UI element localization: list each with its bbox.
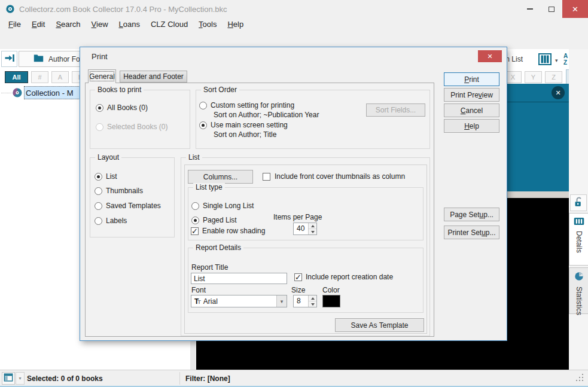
view-mode-caret-button[interactable]: ▾ [16,372,25,385]
label-layout-saved-templates[interactable]: Saved Templates [106,202,161,210]
resize-grip[interactable] [582,380,583,381]
menu-view[interactable]: View [86,18,114,31]
radio-layout-list[interactable] [95,173,102,181]
spin-down-icon[interactable] [309,301,316,307]
label-items-per-page: Items per Page [273,213,322,221]
radio-layout-saved-templates[interactable] [95,202,102,210]
radio-layout-labels[interactable] [95,217,102,225]
folder-icon [33,54,44,64]
group-layout: Layout [90,157,175,237]
statistics-pie-icon [574,272,584,283]
label-layout-labels[interactable]: Labels [106,217,127,225]
menu-clz-cloud[interactable]: CLZ Cloud [145,18,193,31]
font-color-swatch[interactable] [322,295,340,307]
collapse-arrow-icon [4,53,15,65]
selected-count-label: Selected: 0 of 0 books [27,374,103,383]
close-icon: ✕ [555,89,560,97]
menu-file[interactable]: File [3,18,26,31]
radio-all-books[interactable] [96,104,103,112]
label-row-shading[interactable]: Enable row shading [202,227,265,235]
side-tab-strip: Details Statistics [569,49,588,370]
alpha-filter-all[interactable]: All [5,71,28,83]
label-paged-list[interactable]: Paged List [203,216,237,224]
items-per-page-spinner[interactable]: 40 [293,223,317,235]
radio-layout-thumbnails[interactable] [95,187,102,195]
printer-setup-button[interactable]: Printer Setup... [444,226,499,239]
font-size-spinner[interactable]: 8 [293,295,317,307]
lock-panel-button[interactable] [570,194,587,211]
label-include-thumbnails[interactable]: Include front cover thumbnails as column [275,172,405,181]
menu-help[interactable]: Help [222,18,249,31]
detail-panel-close-button[interactable]: ✕ [552,86,565,99]
menu-tools[interactable]: Tools [193,18,222,31]
columns-caret-icon[interactable]: ▾ [555,57,558,63]
group-sort-order: Sort Order [196,90,430,149]
label-layout-thumbnails[interactable]: Thumbnails [106,187,143,195]
label-layout-list[interactable]: List [106,172,117,181]
label-all-books[interactable]: All Books (0) [107,103,148,112]
cancel-button[interactable]: Cancel [444,103,499,117]
label-custom-sort-detail: Sort on Author; ~Publication Year [214,111,319,119]
label-single-long-list[interactable]: Single Long List [203,202,254,210]
tab-header-and-footer[interactable]: Header and Footer [120,71,187,83]
dialog-title: Print [92,52,108,61]
columns-button[interactable]: Columns... [188,170,253,184]
report-title-input[interactable] [191,273,287,284]
font-select[interactable]: Arial ▾ [191,295,287,307]
alpha-filter-z[interactable]: Z [545,71,562,83]
menubar: File Edit Search View Loans CLZ Cloud To… [0,18,588,31]
radio-custom-sort[interactable] [199,102,207,109]
save-as-template-button[interactable]: Save As Template [335,318,424,332]
titlebar: Collectorz.com Book Collector 17.0.4 Pro… [0,0,588,18]
panel-separator [507,102,569,102]
menu-loans[interactable]: Loans [114,18,145,31]
group-books-to-print: Books to print [90,90,190,149]
maximize-button[interactable] [541,0,562,18]
tab-details[interactable]: Details [569,213,588,266]
menu-edit[interactable]: Edit [26,18,50,31]
print-button[interactable]: Print [444,72,499,86]
radio-paged-list[interactable] [191,217,199,224]
statusbar: ▾ Selected: 0 of 0 books Filter: [None] [0,370,588,386]
checkbox-row-shading[interactable] [191,227,199,235]
collection-disc-icon [12,87,23,100]
checkbox-include-thumbnails[interactable] [263,173,270,181]
menu-search[interactable]: Search [50,18,86,31]
spin-up-icon[interactable] [309,223,316,229]
radio-main-screen-sort[interactable] [199,121,207,129]
minimize-button[interactable] [519,0,541,18]
minimize-icon [527,8,533,10]
view-mode-button[interactable] [2,372,15,385]
close-button[interactable]: ✕ [562,0,588,18]
app-logo-icon [5,4,15,16]
radio-single-long-list[interactable] [191,202,199,210]
collapse-panel-button[interactable] [1,51,17,67]
alpha-filter-a[interactable]: A [51,71,69,83]
page-setup-button[interactable]: Page Setup... [444,208,499,221]
alpha-filter-hash[interactable]: # [31,71,48,83]
checkbox-creation-date[interactable] [294,273,302,281]
dialog-close-button[interactable]: ✕ [478,50,502,62]
label-font: Font [191,286,206,294]
label-main-screen-sort[interactable]: Use main screen setting [211,121,288,129]
label-creation-date[interactable]: Include report creation date [306,273,393,281]
sort-fields-button[interactable]: Sort Fields... [366,103,425,117]
columns-icon[interactable] [537,52,553,68]
tab-statistics[interactable]: Statistics [569,267,588,314]
print-preview-button[interactable]: Print Preview [444,88,499,102]
radio-selected-books[interactable] [96,123,103,131]
spin-down-icon[interactable] [309,229,316,234]
truetype-icon [194,297,201,306]
chevron-down-icon[interactable]: ▾ [276,295,287,307]
help-button[interactable]: Help [444,119,499,133]
view-layout-icon [4,373,13,384]
alpha-filter-y[interactable]: Y [525,71,542,83]
spin-up-icon[interactable] [309,295,316,301]
tab-general[interactable]: General [88,69,116,83]
unlock-icon [572,196,584,210]
print-dialog: Print ✕ General Header and Footer Books … [80,47,507,341]
label-custom-sort[interactable]: Custom setting for printing [211,101,294,109]
details-icon [574,217,584,227]
statusbar-separator [179,372,180,385]
tab-page-general: Books to print All Books (0) Selected Bo… [85,83,434,337]
